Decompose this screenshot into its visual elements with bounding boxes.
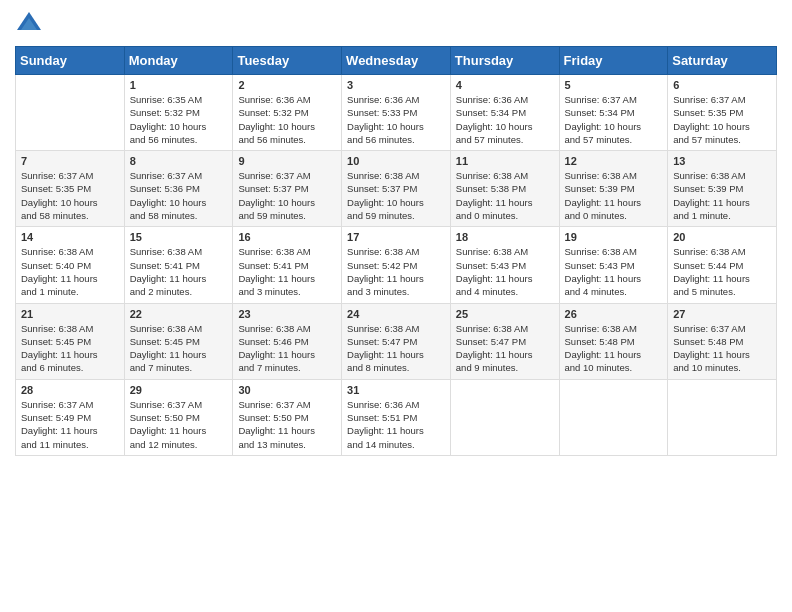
- day-number: 10: [347, 155, 445, 167]
- calendar-cell: 27Sunrise: 6:37 AM Sunset: 5:48 PM Dayli…: [668, 303, 777, 379]
- day-number: 30: [238, 384, 336, 396]
- day-info: Sunrise: 6:36 AM Sunset: 5:32 PM Dayligh…: [238, 93, 336, 146]
- calendar-cell: 26Sunrise: 6:38 AM Sunset: 5:48 PM Dayli…: [559, 303, 668, 379]
- calendar-table: SundayMondayTuesdayWednesdayThursdayFrid…: [15, 46, 777, 456]
- calendar-cell: 8Sunrise: 6:37 AM Sunset: 5:36 PM Daylig…: [124, 151, 233, 227]
- calendar-cell: 16Sunrise: 6:38 AM Sunset: 5:41 PM Dayli…: [233, 227, 342, 303]
- calendar-cell: 22Sunrise: 6:38 AM Sunset: 5:45 PM Dayli…: [124, 303, 233, 379]
- calendar-cell: [668, 379, 777, 455]
- calendar-cell: 23Sunrise: 6:38 AM Sunset: 5:46 PM Dayli…: [233, 303, 342, 379]
- day-info: Sunrise: 6:38 AM Sunset: 5:39 PM Dayligh…: [565, 169, 663, 222]
- header-day-sunday: Sunday: [16, 47, 125, 75]
- calendar-cell: 3Sunrise: 6:36 AM Sunset: 5:33 PM Daylig…: [342, 75, 451, 151]
- day-info: Sunrise: 6:37 AM Sunset: 5:48 PM Dayligh…: [673, 322, 771, 375]
- calendar-cell: 20Sunrise: 6:38 AM Sunset: 5:44 PM Dayli…: [668, 227, 777, 303]
- day-info: Sunrise: 6:38 AM Sunset: 5:46 PM Dayligh…: [238, 322, 336, 375]
- calendar-cell: 14Sunrise: 6:38 AM Sunset: 5:40 PM Dayli…: [16, 227, 125, 303]
- calendar-cell: 28Sunrise: 6:37 AM Sunset: 5:49 PM Dayli…: [16, 379, 125, 455]
- day-number: 29: [130, 384, 228, 396]
- day-number: 1: [130, 79, 228, 91]
- day-number: 14: [21, 231, 119, 243]
- day-info: Sunrise: 6:37 AM Sunset: 5:50 PM Dayligh…: [130, 398, 228, 451]
- day-number: 6: [673, 79, 771, 91]
- week-row-1: 1Sunrise: 6:35 AM Sunset: 5:32 PM Daylig…: [16, 75, 777, 151]
- logo-icon: [15, 10, 43, 38]
- calendar-cell: 19Sunrise: 6:38 AM Sunset: 5:43 PM Dayli…: [559, 227, 668, 303]
- day-info: Sunrise: 6:38 AM Sunset: 5:41 PM Dayligh…: [130, 245, 228, 298]
- header-day-monday: Monday: [124, 47, 233, 75]
- calendar-cell: 7Sunrise: 6:37 AM Sunset: 5:35 PM Daylig…: [16, 151, 125, 227]
- week-row-4: 21Sunrise: 6:38 AM Sunset: 5:45 PM Dayli…: [16, 303, 777, 379]
- day-number: 16: [238, 231, 336, 243]
- day-info: Sunrise: 6:37 AM Sunset: 5:34 PM Dayligh…: [565, 93, 663, 146]
- calendar-cell: 6Sunrise: 6:37 AM Sunset: 5:35 PM Daylig…: [668, 75, 777, 151]
- day-info: Sunrise: 6:35 AM Sunset: 5:32 PM Dayligh…: [130, 93, 228, 146]
- header-day-friday: Friday: [559, 47, 668, 75]
- day-number: 3: [347, 79, 445, 91]
- day-info: Sunrise: 6:38 AM Sunset: 5:45 PM Dayligh…: [21, 322, 119, 375]
- header-day-saturday: Saturday: [668, 47, 777, 75]
- week-row-3: 14Sunrise: 6:38 AM Sunset: 5:40 PM Dayli…: [16, 227, 777, 303]
- header-day-wednesday: Wednesday: [342, 47, 451, 75]
- day-number: 11: [456, 155, 554, 167]
- calendar-cell: [450, 379, 559, 455]
- day-number: 21: [21, 308, 119, 320]
- calendar-cell: 31Sunrise: 6:36 AM Sunset: 5:51 PM Dayli…: [342, 379, 451, 455]
- day-number: 5: [565, 79, 663, 91]
- day-number: 19: [565, 231, 663, 243]
- day-info: Sunrise: 6:36 AM Sunset: 5:34 PM Dayligh…: [456, 93, 554, 146]
- calendar-cell: 13Sunrise: 6:38 AM Sunset: 5:39 PM Dayli…: [668, 151, 777, 227]
- header-day-tuesday: Tuesday: [233, 47, 342, 75]
- day-info: Sunrise: 6:37 AM Sunset: 5:49 PM Dayligh…: [21, 398, 119, 451]
- logo: [15, 10, 47, 38]
- day-info: Sunrise: 6:37 AM Sunset: 5:50 PM Dayligh…: [238, 398, 336, 451]
- day-info: Sunrise: 6:36 AM Sunset: 5:33 PM Dayligh…: [347, 93, 445, 146]
- day-number: 12: [565, 155, 663, 167]
- calendar-cell: 30Sunrise: 6:37 AM Sunset: 5:50 PM Dayli…: [233, 379, 342, 455]
- day-info: Sunrise: 6:38 AM Sunset: 5:47 PM Dayligh…: [347, 322, 445, 375]
- day-number: 17: [347, 231, 445, 243]
- calendar-cell: 1Sunrise: 6:35 AM Sunset: 5:32 PM Daylig…: [124, 75, 233, 151]
- day-number: 15: [130, 231, 228, 243]
- calendar-cell: 18Sunrise: 6:38 AM Sunset: 5:43 PM Dayli…: [450, 227, 559, 303]
- day-info: Sunrise: 6:38 AM Sunset: 5:38 PM Dayligh…: [456, 169, 554, 222]
- day-info: Sunrise: 6:38 AM Sunset: 5:43 PM Dayligh…: [456, 245, 554, 298]
- day-number: 2: [238, 79, 336, 91]
- day-info: Sunrise: 6:38 AM Sunset: 5:39 PM Dayligh…: [673, 169, 771, 222]
- day-number: 22: [130, 308, 228, 320]
- calendar-cell: 17Sunrise: 6:38 AM Sunset: 5:42 PM Dayli…: [342, 227, 451, 303]
- day-info: Sunrise: 6:38 AM Sunset: 5:44 PM Dayligh…: [673, 245, 771, 298]
- day-info: Sunrise: 6:38 AM Sunset: 5:48 PM Dayligh…: [565, 322, 663, 375]
- week-row-2: 7Sunrise: 6:37 AM Sunset: 5:35 PM Daylig…: [16, 151, 777, 227]
- day-number: 27: [673, 308, 771, 320]
- day-number: 7: [21, 155, 119, 167]
- day-info: Sunrise: 6:38 AM Sunset: 5:37 PM Dayligh…: [347, 169, 445, 222]
- day-info: Sunrise: 6:37 AM Sunset: 5:35 PM Dayligh…: [673, 93, 771, 146]
- calendar-cell: 24Sunrise: 6:38 AM Sunset: 5:47 PM Dayli…: [342, 303, 451, 379]
- day-info: Sunrise: 6:38 AM Sunset: 5:42 PM Dayligh…: [347, 245, 445, 298]
- calendar-cell: 10Sunrise: 6:38 AM Sunset: 5:37 PM Dayli…: [342, 151, 451, 227]
- day-info: Sunrise: 6:38 AM Sunset: 5:41 PM Dayligh…: [238, 245, 336, 298]
- header: [15, 10, 777, 38]
- calendar-cell: 12Sunrise: 6:38 AM Sunset: 5:39 PM Dayli…: [559, 151, 668, 227]
- header-day-thursday: Thursday: [450, 47, 559, 75]
- day-info: Sunrise: 6:38 AM Sunset: 5:45 PM Dayligh…: [130, 322, 228, 375]
- calendar-cell: 4Sunrise: 6:36 AM Sunset: 5:34 PM Daylig…: [450, 75, 559, 151]
- day-info: Sunrise: 6:37 AM Sunset: 5:37 PM Dayligh…: [238, 169, 336, 222]
- week-row-5: 28Sunrise: 6:37 AM Sunset: 5:49 PM Dayli…: [16, 379, 777, 455]
- day-number: 26: [565, 308, 663, 320]
- calendar-cell: 9Sunrise: 6:37 AM Sunset: 5:37 PM Daylig…: [233, 151, 342, 227]
- day-info: Sunrise: 6:38 AM Sunset: 5:47 PM Dayligh…: [456, 322, 554, 375]
- day-number: 31: [347, 384, 445, 396]
- day-number: 28: [21, 384, 119, 396]
- day-info: Sunrise: 6:37 AM Sunset: 5:36 PM Dayligh…: [130, 169, 228, 222]
- calendar-cell: 25Sunrise: 6:38 AM Sunset: 5:47 PM Dayli…: [450, 303, 559, 379]
- header-row: SundayMondayTuesdayWednesdayThursdayFrid…: [16, 47, 777, 75]
- calendar-cell: 2Sunrise: 6:36 AM Sunset: 5:32 PM Daylig…: [233, 75, 342, 151]
- day-number: 24: [347, 308, 445, 320]
- calendar-cell: [559, 379, 668, 455]
- day-number: 13: [673, 155, 771, 167]
- calendar-cell: [16, 75, 125, 151]
- day-info: Sunrise: 6:38 AM Sunset: 5:43 PM Dayligh…: [565, 245, 663, 298]
- calendar-cell: 21Sunrise: 6:38 AM Sunset: 5:45 PM Dayli…: [16, 303, 125, 379]
